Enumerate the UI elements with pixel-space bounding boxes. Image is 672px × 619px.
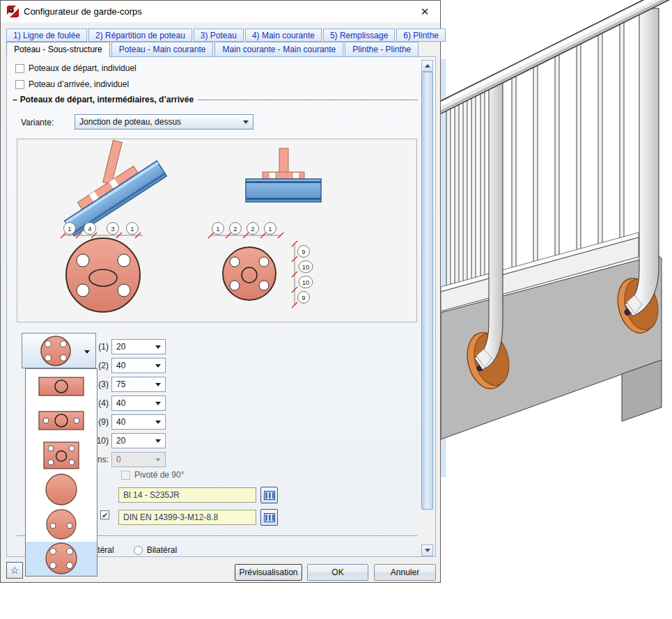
railing-3d-preview (441, 0, 672, 619)
subtab-main-courante-main-courante[interactable]: Main courante - Main courante (214, 42, 343, 57)
scroll-down-arrow-icon (425, 549, 430, 552)
shape-option-square-4-holes[interactable] (26, 438, 97, 473)
param-4-combobox[interactable]: 40 (111, 395, 166, 411)
dropdown-arrow-icon (155, 421, 161, 424)
subtab-poteau-sous-structure[interactable]: Poteau - Sous-structure (6, 42, 110, 58)
end-post-label: Poteau d’arrivée, individuel (29, 79, 129, 89)
tab-main-courante[interactable]: 4) Main courante (245, 29, 322, 42)
vertical-scrollbar[interactable] (421, 60, 433, 556)
plate-shape-dropdown-list (25, 368, 97, 577)
tab-plinthe[interactable]: 6) Plinthe (396, 29, 446, 42)
railing-configurator-dialog: Configurateur de garde-corps ✕ 1) Ligne … (0, 0, 441, 583)
svg-text:10: 10 (302, 279, 310, 286)
variante-combobox[interactable]: Jonction de poteau, dessus (75, 114, 253, 130)
window-title: Configurateur de garde-corps (24, 6, 142, 17)
bolt-checkbox-row: ✔ (100, 510, 109, 519)
plate-shape-combobox[interactable] (22, 333, 96, 368)
dropdown-arrow-icon (155, 439, 161, 443)
group-rule (198, 100, 418, 101)
material-table-button[interactable] (260, 487, 278, 503)
preview-button[interactable]: Prévisualisation (235, 564, 302, 581)
bolt-table-button[interactable] (260, 509, 278, 526)
param-3-value: 75 (116, 379, 125, 389)
group-heading: – Poteaux de départ, intermédiaires, d’a… (13, 95, 418, 104)
param-2-value: 40 (116, 361, 125, 370)
svg-text:1: 1 (216, 225, 219, 233)
close-icon[interactable]: ✕ (416, 4, 433, 19)
circle-plate-plain-icon (29, 473, 93, 506)
subtab-plinthe-plinthe[interactable]: Plinthe - Plinthe (345, 42, 419, 57)
tab-ligne-de-foulee[interactable]: 1) Ligne de foulée (6, 29, 87, 42)
tab-poteau[interactable]: 3) Poteau (194, 29, 244, 42)
cancel-button[interactable]: Annuler (374, 564, 436, 581)
favorite-button[interactable]: ☆ (6, 562, 23, 579)
dropdown-arrow-icon (84, 350, 90, 354)
svg-text:1: 1 (68, 225, 71, 233)
variante-value: Jonction de poteau, dessus (79, 117, 181, 127)
table-icon (264, 491, 275, 500)
shape-option-circle-2-holes[interactable] (26, 507, 97, 542)
table-icon (264, 513, 275, 522)
baseplate-diagram: 1 4 3 1 1 2 2 1 9 10 10 9 (17, 139, 416, 322)
circle-plate-4-holes-icon (35, 335, 77, 367)
tab-remplissage[interactable]: 5) Remplissage (323, 29, 395, 42)
svg-text:4: 4 (88, 225, 91, 233)
bolt-checkbox[interactable]: ✔ (100, 510, 109, 519)
scroll-up-arrow-icon (425, 64, 430, 68)
app-icon (7, 6, 19, 17)
scrollbar-thumb[interactable] (421, 72, 433, 510)
group-title: Poteaux de départ, intermédiaires, d’arr… (20, 95, 194, 104)
tab-row-primary: 1) Ligne de foulée 2) Répartition de pot… (6, 29, 446, 42)
shape-option-circle-plain[interactable] (26, 473, 97, 508)
bilateral-label: Bilatéral (147, 545, 177, 555)
param-10-combobox[interactable]: 20 (111, 433, 166, 448)
start-posts-checkbox[interactable] (15, 64, 24, 73)
pivot-label: Pivoté de 90° (134, 470, 185, 480)
dropdown-arrow-icon (243, 120, 249, 124)
scroll-up-button[interactable] (421, 60, 433, 72)
bolt-standard-field[interactable]: DIN EN 14399-3-M12-8.8 (118, 510, 256, 525)
svg-text:1: 1 (268, 225, 272, 233)
start-posts-checkbox-row: Poteaux de départ, individuel (15, 63, 136, 73)
param-1-value: 20 (116, 342, 125, 352)
bilateral-radio[interactable] (134, 546, 143, 555)
svg-text:1: 1 (130, 225, 134, 233)
shape-option-circle-4-holes[interactable] (26, 542, 97, 577)
param-10-value: 20 (116, 436, 125, 446)
dropdown-arrow-icon (155, 345, 161, 349)
shape-option-rect-center-hole[interactable] (26, 369, 97, 404)
param-2-combobox[interactable]: 40 (111, 358, 166, 373)
corner-param-combobox: 0 (111, 452, 166, 467)
ok-button[interactable]: OK (307, 564, 368, 581)
baseplate-diagram-panel: 1 4 3 1 1 2 2 1 9 10 10 9 (17, 139, 417, 322)
tab-repartition-de-poteau[interactable]: 2) Répartition de poteau (88, 29, 192, 42)
scroll-down-button[interactable] (421, 544, 433, 556)
end-post-checkbox[interactable] (15, 80, 24, 89)
subtab-poteau-main-courante[interactable]: Poteau - Main courante (111, 42, 214, 57)
rect-plate-center-hole-icon (29, 370, 93, 402)
pivot-checkbox[interactable] (121, 471, 130, 480)
svg-text:2: 2 (251, 225, 254, 233)
star-icon: ☆ (10, 565, 19, 576)
material-field[interactable]: Bl 14 - S235JR (118, 487, 256, 503)
shape-option-rect-3-holes[interactable] (26, 404, 97, 439)
dropdown-arrow-icon (155, 458, 161, 462)
dialog-titlebar: Configurateur de garde-corps ✕ (1, 1, 440, 22)
param-3-combobox[interactable]: 75 (111, 377, 166, 392)
param-9-value: 40 (116, 417, 125, 427)
start-posts-label: Poteaux de départ, individuel (29, 63, 136, 73)
dropdown-arrow-icon (155, 383, 161, 386)
group-collapse-dash: – (13, 95, 17, 104)
dropdown-arrow-icon (155, 364, 161, 368)
rect-plate-3-holes-icon (29, 405, 93, 437)
pivot-checkbox-row: Pivoté de 90° (121, 470, 185, 480)
param-9-combobox[interactable]: 40 (111, 414, 166, 430)
svg-text:3: 3 (111, 225, 114, 233)
square-plate-4-holes-icon (29, 439, 93, 471)
corner-param-value: 0 (116, 455, 121, 464)
circle-plate-4-holes-icon (29, 542, 93, 574)
circle-plate-2-holes-icon (29, 508, 93, 540)
param-1-combobox[interactable]: 20 (111, 339, 166, 354)
end-post-checkbox-row: Poteau d’arrivée, individuel (15, 79, 129, 89)
svg-text:9: 9 (302, 248, 305, 256)
